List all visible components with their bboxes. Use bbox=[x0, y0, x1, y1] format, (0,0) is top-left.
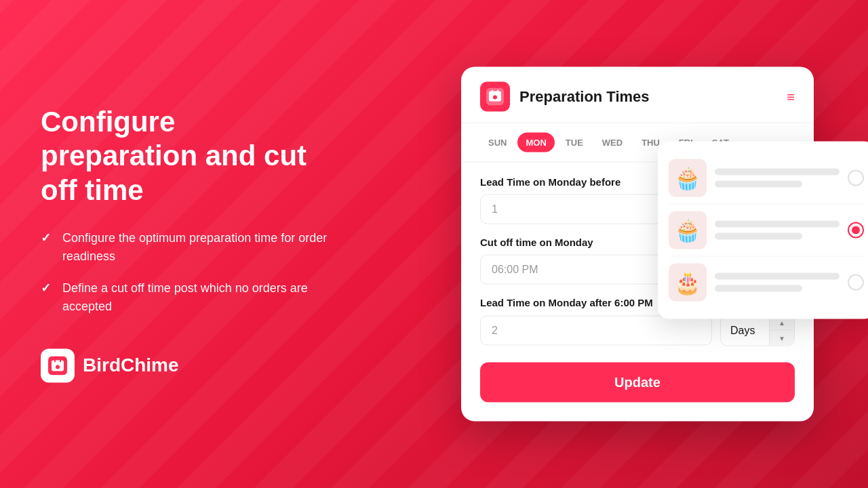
update-button[interactable]: Update bbox=[480, 363, 795, 403]
headline: Configure preparation and cut off time bbox=[41, 105, 339, 207]
svg-rect-8 bbox=[497, 90, 498, 94]
product-line-1b bbox=[715, 181, 802, 188]
lead-time-after-input[interactable] bbox=[480, 316, 712, 346]
app-header: Preparation Times ≡ bbox=[461, 67, 814, 123]
product-info-3 bbox=[715, 273, 840, 292]
lead-time-after-row: Days ▲ ▼ bbox=[480, 315, 795, 346]
left-panel: Configure preparation and cut off time C… bbox=[41, 105, 339, 382]
brand: BirdChime bbox=[41, 349, 339, 383]
product-radio-1[interactable] bbox=[848, 170, 864, 186]
stepper-down-button[interactable]: ▼ bbox=[770, 331, 794, 346]
menu-icon[interactable]: ≡ bbox=[787, 89, 795, 104]
tab-wed[interactable]: WED bbox=[594, 133, 631, 152]
tab-tue[interactable]: TUE bbox=[557, 133, 591, 152]
feature-item-1: Configure the optimum preparation time f… bbox=[41, 230, 339, 266]
feature-item-2: Define a cut off time post which no orde… bbox=[41, 280, 339, 317]
tab-mon[interactable]: MON bbox=[517, 133, 554, 152]
product-radio-2[interactable] bbox=[848, 222, 864, 239]
product-line-3a bbox=[715, 273, 840, 280]
product-image-3: 🎂 bbox=[669, 264, 707, 302]
product-line-2b bbox=[715, 233, 802, 240]
app-header-left: Preparation Times bbox=[480, 82, 650, 112]
product-card: 🧁 🧁 🎂 bbox=[658, 142, 868, 319]
product-image-2: 🧁 bbox=[669, 211, 707, 249]
app-logo-icon bbox=[480, 82, 510, 112]
product-line-1a bbox=[715, 169, 840, 176]
svg-rect-2 bbox=[54, 359, 56, 363]
product-item-2: 🧁 bbox=[669, 205, 864, 257]
days-stepper: ▲ ▼ bbox=[769, 316, 794, 346]
product-line-2a bbox=[715, 221, 840, 228]
svg-rect-7 bbox=[492, 90, 493, 94]
feature-list: Configure the optimum preparation time f… bbox=[41, 230, 339, 317]
product-line-3b bbox=[715, 285, 802, 292]
svg-rect-3 bbox=[60, 359, 61, 363]
tab-sun[interactable]: SUN bbox=[480, 133, 515, 152]
product-image-1: 🧁 bbox=[669, 159, 707, 197]
product-item-3: 🎂 bbox=[669, 257, 864, 308]
svg-point-9 bbox=[493, 96, 497, 100]
product-info-2 bbox=[715, 221, 840, 240]
product-info-1 bbox=[715, 169, 840, 188]
svg-point-4 bbox=[56, 365, 60, 369]
app-card: Preparation Times ≡ SUN MON TUE WED THU … bbox=[461, 67, 814, 422]
app-title: Preparation Times bbox=[519, 88, 650, 106]
brand-icon bbox=[41, 349, 75, 383]
product-item-1: 🧁 bbox=[669, 152, 864, 205]
product-radio-3[interactable] bbox=[848, 274, 864, 291]
days-label: Days bbox=[721, 317, 769, 345]
days-select: Days ▲ ▼ bbox=[720, 315, 795, 346]
brand-name: BirdChime bbox=[83, 355, 179, 377]
